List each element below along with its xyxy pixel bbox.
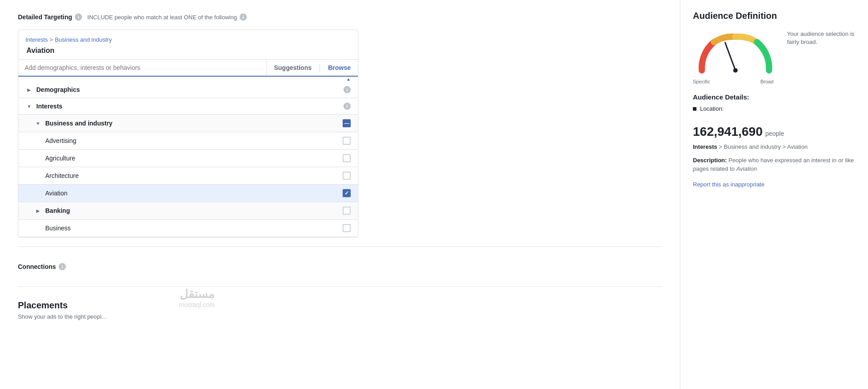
gauge-chart: Specific Broad: [693, 30, 778, 84]
audience-description: Description: People who have expressed a…: [693, 156, 855, 173]
interests-info-icon[interactable]: i: [344, 103, 351, 110]
search-area: Suggestions | Browse: [18, 60, 358, 77]
connections-section: Connections i: [18, 254, 662, 279]
audience-path-mid: > Business and industry: [719, 143, 781, 150]
checkbox-business-item[interactable]: [343, 224, 351, 232]
breadcrumb-interests[interactable]: Interests: [26, 36, 48, 43]
item-label-advertising: Advertising: [45, 137, 343, 144]
demographics-info-icon[interactable]: i: [344, 86, 351, 93]
gauge-svg: [693, 30, 778, 79]
placements-title: Placements: [18, 300, 662, 311]
breadcrumb-sep1: >: [50, 36, 53, 43]
item-label-banking: Banking: [45, 207, 343, 214]
location-label: Location:: [700, 105, 724, 112]
browse-item-demographics[interactable]: Demographics i: [18, 82, 358, 98]
gauge-text: Your audience selection is fairly broad.: [787, 30, 855, 46]
divider1: [18, 246, 662, 247]
gauge-label-broad: Broad: [761, 79, 773, 84]
chevron-demographics: [26, 86, 33, 93]
item-label-business: Business and industry: [45, 120, 343, 127]
search-input[interactable]: [18, 60, 266, 76]
audience-definition-title: Audience Definition: [693, 11, 855, 21]
people-label: people: [765, 130, 784, 137]
audience-count: 162,941,690: [693, 125, 763, 139]
breadcrumb: Interests > Business and industry: [26, 36, 351, 43]
page-wrapper: Detailed Targeting i INCLUDE people who …: [0, 0, 868, 389]
checkbox-banking[interactable]: [343, 207, 351, 215]
audience-count-row: 162,941,690 people: [693, 118, 855, 141]
include-info-icon[interactable]: i: [240, 13, 247, 21]
audience-path: Interests > Business and industry > Avia…: [693, 143, 855, 151]
gauge-labels: Specific Broad: [693, 79, 773, 84]
checkbox-aviation[interactable]: [343, 189, 351, 197]
selected-category-title: Aviation: [26, 47, 351, 55]
right-panel: Audience Definition: [680, 0, 868, 389]
description-italic: Aviation: [736, 165, 757, 172]
item-label-agriculture: Agriculture: [45, 155, 343, 162]
tab-browse[interactable]: Browse: [321, 60, 358, 76]
chevron-interests: [26, 103, 33, 110]
svg-line-0: [725, 43, 735, 70]
chevron-business: [34, 120, 42, 127]
connections-label: Connections: [18, 263, 56, 270]
include-text: INCLUDE people who match at least ONE of…: [87, 14, 237, 21]
item-label-architecture: Architecture: [45, 172, 343, 179]
browse-item-business-item[interactable]: Business: [18, 220, 358, 237]
watermark-text: مستقل: [179, 287, 215, 301]
browse-item-aviation[interactable]: Aviation: [18, 185, 358, 202]
gauge-label-specific: Specific: [693, 79, 710, 84]
placements-sub: Show your ads to the right peopl...: [18, 313, 662, 320]
item-label-interests: Interests: [36, 103, 344, 110]
audience-path-bold: Interests: [693, 143, 717, 150]
browse-item-advertising[interactable]: Advertising: [18, 132, 358, 150]
browse-list: Demographics i Interests i Business and …: [18, 82, 358, 237]
placements-section: Placements Show your ads to the right pe…: [18, 300, 662, 320]
svg-point-1: [733, 68, 738, 73]
connections-info-icon[interactable]: i: [59, 263, 66, 270]
breadcrumb-business[interactable]: Business and industry: [55, 36, 112, 43]
audience-details-title: Audience Details:: [693, 93, 855, 101]
description-label: Description:: [693, 157, 727, 164]
detailed-targeting-label: Detailed Targeting: [18, 13, 72, 21]
browse-item-agriculture[interactable]: Agriculture: [18, 150, 358, 167]
checkbox-business[interactable]: [343, 119, 351, 127]
gauge-container: Specific Broad Your audience selection i…: [693, 30, 855, 84]
search-tabs: Suggestions | Browse: [266, 60, 358, 76]
tab-suggestions[interactable]: Suggestions: [267, 60, 319, 76]
detailed-targeting-info-icon[interactable]: i: [75, 13, 82, 21]
location-bullet: [693, 107, 696, 111]
breadcrumb-area: Interests > Business and industry Aviati…: [18, 30, 358, 60]
checkbox-architecture[interactable]: [343, 172, 351, 180]
chevron-banking: [34, 207, 42, 214]
browse-item-banking[interactable]: Banking: [18, 202, 358, 220]
audience-path-end: > Aviation: [782, 143, 808, 150]
checkbox-agriculture[interactable]: [343, 154, 351, 162]
left-panel: Detailed Targeting i INCLUDE people who …: [0, 0, 680, 389]
item-label-demographics: Demographics: [36, 86, 344, 93]
browse-item-business[interactable]: Business and industry: [18, 115, 358, 132]
browse-item-architecture[interactable]: Architecture: [18, 167, 358, 185]
checkbox-advertising[interactable]: [343, 137, 351, 145]
browse-item-interests[interactable]: Interests i: [18, 98, 358, 115]
divider2: [18, 286, 662, 287]
report-inappropriate-link[interactable]: Report this as inappropriate: [693, 181, 765, 188]
location-item: Location:: [693, 105, 855, 112]
item-label-aviation: Aviation: [45, 190, 343, 197]
dropdown-panel: Interests > Business and industry Aviati…: [18, 30, 358, 238]
section-header: Detailed Targeting i INCLUDE people who …: [18, 13, 662, 21]
item-label-business-item: Business: [45, 225, 343, 232]
